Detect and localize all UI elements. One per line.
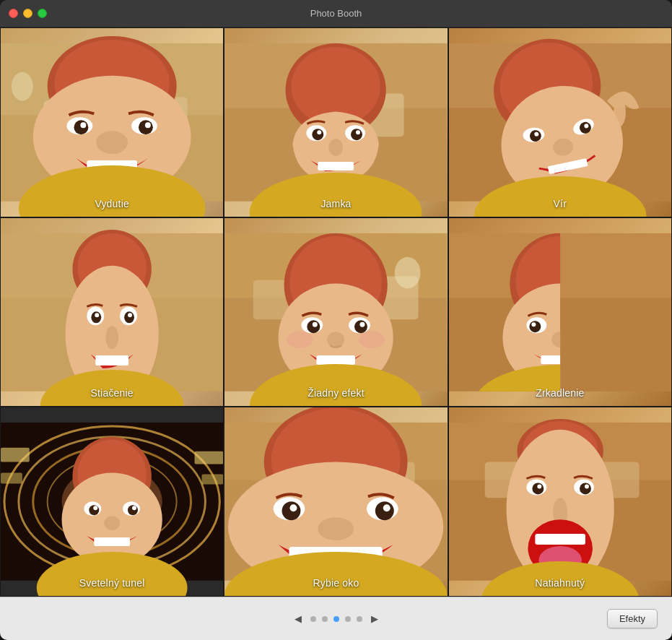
effects-grid: Vydutie bbox=[0, 27, 672, 597]
svg-rect-74 bbox=[317, 355, 356, 365]
effect-cell-vydutie[interactable]: Vydutie bbox=[0, 27, 224, 217]
cell-label-rybie-oko: Rybie oko bbox=[224, 577, 447, 589]
page-dot-2[interactable] bbox=[322, 616, 328, 622]
svg-point-141 bbox=[318, 518, 354, 541]
page-dot-4[interactable] bbox=[345, 616, 351, 622]
efekty-button[interactable]: Efekty bbox=[607, 609, 658, 628]
svg-point-71 bbox=[313, 321, 318, 327]
svg-point-4 bbox=[12, 72, 33, 101]
svg-point-25 bbox=[351, 129, 362, 140]
svg-point-125 bbox=[104, 516, 120, 531]
svg-point-69 bbox=[307, 320, 320, 333]
cell-label-vir: Vír bbox=[449, 198, 671, 209]
next-page-button[interactable]: ▶ bbox=[368, 613, 381, 626]
svg-point-72 bbox=[360, 321, 365, 327]
app-window: Photo Booth bbox=[0, 0, 672, 640]
svg-rect-160 bbox=[535, 534, 585, 545]
svg-rect-113 bbox=[195, 451, 224, 464]
svg-point-27 bbox=[356, 130, 360, 134]
svg-point-100 bbox=[529, 321, 541, 332]
effect-cell-natiahnut[interactable]: Natiahnutý bbox=[448, 407, 672, 597]
svg-point-63 bbox=[395, 256, 421, 288]
minimize-button[interactable] bbox=[23, 9, 32, 18]
svg-point-28 bbox=[329, 139, 344, 156]
svg-point-14 bbox=[96, 131, 128, 154]
effect-cell-rybie-oko[interactable]: Rybie oko bbox=[224, 407, 448, 597]
svg-rect-111 bbox=[1, 448, 30, 462]
svg-point-70 bbox=[354, 320, 367, 333]
page-dot-1[interactable] bbox=[310, 616, 316, 622]
svg-point-139 bbox=[290, 505, 297, 512]
svg-point-73 bbox=[328, 332, 345, 347]
cell-label-zrkadlenie: Zrkadlenie bbox=[449, 387, 671, 399]
svg-point-124 bbox=[132, 506, 136, 511]
svg-point-54 bbox=[95, 313, 99, 317]
svg-rect-57 bbox=[95, 355, 128, 366]
svg-point-75 bbox=[287, 331, 313, 348]
effect-cell-ziadny-efekt[interactable]: Žiadny efekt bbox=[224, 217, 448, 407]
svg-point-153 bbox=[532, 483, 544, 495]
toolbar: ◀ ▶ Efekty bbox=[0, 597, 672, 640]
window-title: Photo Booth bbox=[310, 8, 362, 19]
svg-point-56 bbox=[105, 326, 118, 349]
svg-point-26 bbox=[318, 130, 322, 134]
cell-label-vydutie: Vydutie bbox=[1, 198, 223, 209]
svg-point-123 bbox=[93, 506, 97, 511]
svg-rect-112 bbox=[1, 473, 22, 484]
svg-point-12 bbox=[80, 122, 86, 128]
close-button[interactable] bbox=[9, 9, 18, 18]
svg-point-154 bbox=[580, 483, 591, 495]
titlebar: Photo Booth bbox=[0, 0, 672, 27]
cell-label-jamka: Jamka bbox=[224, 198, 447, 209]
prev-page-button[interactable]: ◀ bbox=[292, 613, 305, 626]
maximize-button[interactable] bbox=[38, 9, 47, 18]
effect-cell-stiacenie[interactable]: Stiačenie bbox=[0, 217, 224, 407]
effect-cell-jamka[interactable]: Jamka bbox=[224, 27, 448, 217]
svg-point-140 bbox=[383, 505, 390, 512]
cell-label-stiacenie: Stiačenie bbox=[1, 387, 223, 399]
effect-cell-vir[interactable]: Vír bbox=[448, 27, 672, 217]
cell-label-ziadny-efekt: Žiadny efekt bbox=[224, 387, 447, 399]
svg-rect-114 bbox=[201, 475, 223, 485]
cell-label-svetelny-tunel: Svetelný tunel bbox=[1, 577, 223, 589]
pagination-controls: ◀ ▶ bbox=[292, 613, 381, 626]
svg-point-76 bbox=[359, 331, 385, 348]
svg-point-11 bbox=[139, 120, 153, 134]
traffic-lights bbox=[9, 9, 47, 18]
cell-label-natiahnut: Natiahnutý bbox=[449, 577, 671, 589]
svg-point-155 bbox=[537, 485, 541, 489]
svg-point-24 bbox=[313, 129, 324, 140]
svg-point-55 bbox=[128, 313, 132, 317]
svg-point-102 bbox=[531, 322, 536, 327]
svg-point-156 bbox=[585, 485, 589, 489]
svg-point-13 bbox=[145, 122, 151, 128]
effect-cell-zrkadlenie[interactable]: Zrkadlenie bbox=[448, 217, 672, 407]
page-dot-3-active[interactable] bbox=[333, 616, 339, 622]
svg-rect-126 bbox=[94, 537, 130, 546]
svg-rect-29 bbox=[318, 162, 354, 170]
page-dot-5[interactable] bbox=[357, 616, 362, 622]
svg-point-10 bbox=[74, 120, 88, 134]
effect-cell-svetelny-tunel[interactable]: Svetelný tunel bbox=[0, 407, 224, 597]
